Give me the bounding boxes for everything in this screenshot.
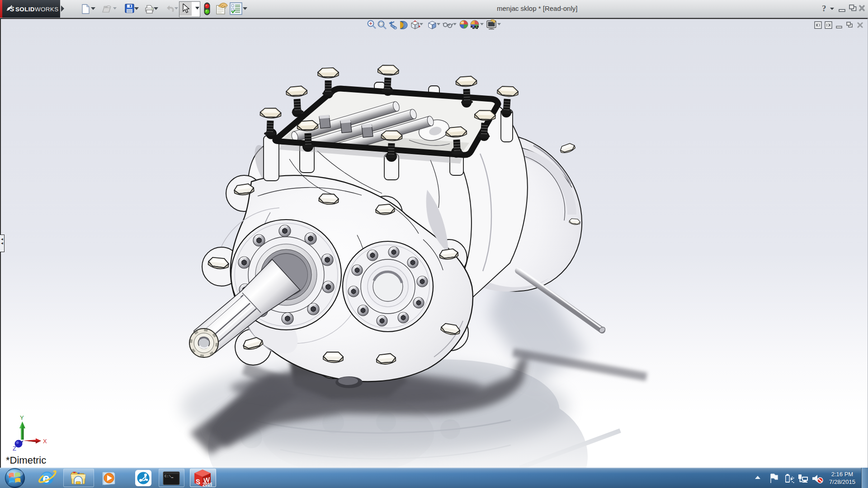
svg-text:X: X — [43, 438, 47, 445]
svg-text:Z: Z — [13, 445, 16, 452]
svg-text:e: e — [42, 471, 50, 485]
svg-text:SOLIDWORKS: SOLIDWORKS — [15, 6, 59, 13]
svg-text:?: ? — [822, 4, 826, 13]
svg-text:C:\‗: C:\‗ — [165, 474, 173, 478]
svg-text:S: S — [10, 5, 14, 13]
svg-text:2015: 2015 — [203, 482, 212, 487]
svg-text:Y: Y — [20, 414, 24, 421]
svg-text:S: S — [196, 477, 200, 486]
